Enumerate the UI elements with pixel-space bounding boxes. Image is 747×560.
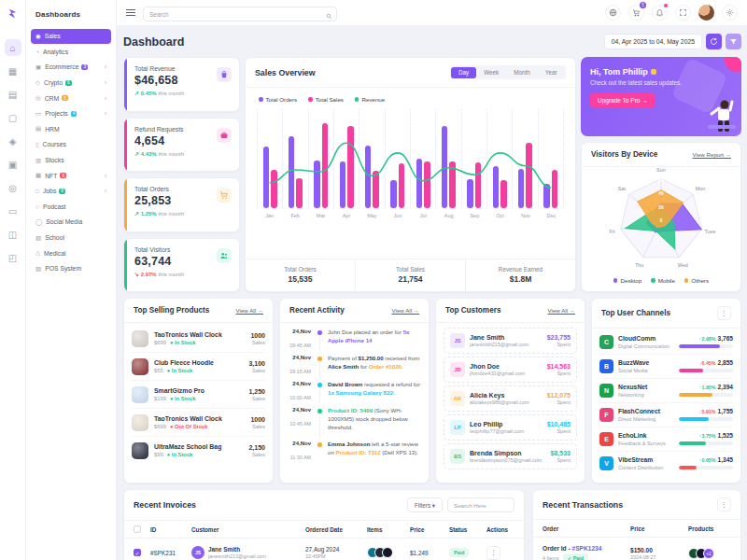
transactions-menu-button[interactable]: ⋮: [717, 497, 731, 511]
channel-row[interactable]: BBuzzWaveSocial Media↓6.45%2,855: [599, 355, 733, 379]
sidebar-item-jobs[interactable]: □Jobs8›: [31, 184, 111, 199]
tab-day[interactable]: Day: [451, 67, 476, 78]
customer-row[interactable]: AKAlicia Keysaliciakeys986@gmail.com$12,…: [444, 385, 577, 412]
product-row[interactable]: TaoTronics Wall Clock$699● Out Of Stock1…: [132, 409, 265, 437]
product-row[interactable]: UltraMaze School Bag$99● In Stock2,150Sa…: [132, 437, 265, 464]
sidebar-item-projects[interactable]: ▭Projects4›: [31, 106, 111, 121]
total-total-sales: Total Sales21,754: [355, 259, 465, 291]
sidebar-badge: 6: [60, 173, 66, 178]
widgets-icon[interactable]: ◈: [5, 133, 21, 149]
hamburger-menu-icon[interactable]: [126, 9, 135, 17]
transaction-row[interactable]: Order Id - #SPK12344 Items✓ Paid$150.002…: [533, 538, 740, 560]
cards-icon[interactable]: ▭: [5, 203, 21, 219]
svg-text:Thu: Thu: [635, 262, 643, 268]
bar-total-sales: [347, 126, 354, 208]
total-total-orders: Total Orders15,535: [246, 259, 355, 291]
tables-icon[interactable]: ◰: [5, 249, 21, 266]
customer-row[interactable]: JSJane Smithjanesmith215@gmail.com$23,75…: [444, 328, 577, 354]
document-icon[interactable]: ▢: [5, 109, 21, 126]
date-range-picker[interactable]: 04, Apr 2025 to 04, May 2025: [604, 34, 702, 49]
timeline-line: [319, 389, 320, 404]
projects-icon: ▭: [35, 110, 41, 118]
svg-text:20: 20: [658, 205, 664, 210]
invoice-search-input[interactable]: [447, 497, 514, 512]
x-axis-label: Jun: [385, 213, 410, 218]
filter-button[interactable]: [726, 34, 741, 49]
sidebar-item-hrm[interactable]: ▤HRM: [31, 122, 111, 137]
sidebar-item-analytics[interactable]: ◔Analytics: [31, 45, 111, 60]
column-header-status: Status: [449, 526, 486, 533]
sidebar-item-podcast[interactable]: ○Podcast: [31, 200, 111, 215]
sidebar-item-crm[interactable]: ◎CRM5›: [31, 91, 111, 105]
channel-logo-echolink: E: [599, 432, 613, 446]
notifications-bell-icon[interactable]: [652, 5, 668, 21]
chevron-right-icon: ›: [105, 95, 106, 102]
radar-legend-mobile: Mobile: [651, 277, 675, 284]
settings-gear-icon[interactable]: [722, 5, 738, 21]
sidebar-item-label: POS System: [45, 265, 81, 272]
analytics-icon: ◔: [35, 49, 39, 55]
customers-view-all-link[interactable]: View All →: [548, 307, 575, 314]
filters-button[interactable]: Filters ▾: [407, 497, 443, 512]
sidebar-item-ecommerce[interactable]: ▣Ecommerce3›: [31, 60, 111, 75]
channels-menu-button[interactable]: ⋮: [717, 306, 731, 320]
upgrade-pro-button[interactable]: Upgrade To Pro →: [590, 93, 655, 107]
row-actions-button[interactable]: ⋮: [486, 546, 500, 560]
sales-overview-title: Sales Overview: [255, 68, 316, 77]
home-icon[interactable]: ⌂: [5, 39, 21, 56]
sidebar-item-sales[interactable]: ◉Sales: [31, 29, 111, 44]
customer-row[interactable]: LPLeo Phillipleophillip77@gmail.com$10,4…: [444, 414, 577, 441]
cart-icon[interactable]: 5: [628, 5, 644, 21]
customer-row[interactable]: BSBrenda Simpsonbrendasimpson075@gmail.c…: [444, 443, 577, 469]
channel-row[interactable]: FFlashConnectDirect Marketing↓5.91%1,755: [599, 403, 733, 427]
product-row[interactable]: TaoTronics Wall Clock$699● In Stock1000S…: [132, 325, 265, 353]
sidebar-item-pos-system[interactable]: ▨POS System: [31, 261, 111, 276]
search-input[interactable]: [143, 7, 337, 21]
customer-row[interactable]: JDJhon Doejhondoe431@gmail.com$14,563Spe…: [444, 357, 577, 383]
sidebar-item-school[interactable]: ▧School: [31, 231, 111, 245]
components-icon[interactable]: ▣: [5, 156, 21, 173]
refresh-button[interactable]: [706, 34, 722, 49]
app-logo-icon[interactable]: [7, 7, 19, 23]
channel-row[interactable]: CCloudCommDigital Communication↑2.98%3,7…: [599, 330, 733, 355]
user-avatar[interactable]: [698, 5, 714, 21]
invoice-row[interactable]: ✓#SPK231JSJane Smithjanesmith213@gmail.c…: [124, 539, 524, 560]
select-all-checkbox[interactable]: [134, 525, 141, 533]
channel-row[interactable]: VVibeStreamContent Distribution↑0.65%1,3…: [599, 452, 733, 475]
channel-row[interactable]: NNexusNetNetworking↑1.95%2,394: [599, 379, 733, 403]
bar-total-orders: [467, 179, 473, 208]
channel-row[interactable]: EEchoLinkFeedback & Surveys↑3.75%1,525: [599, 427, 733, 452]
visitors-by-device-card: Visitors By Device View Report → SunMonT…: [581, 142, 741, 292]
layers-icon[interactable]: ▤: [5, 86, 21, 103]
customer-spent: $12,075Spent: [547, 392, 571, 405]
channel-info: CloudCommDigital Communication: [618, 335, 669, 349]
language-globe-icon[interactable]: [605, 5, 621, 21]
sidebar-item-label: Ecommerce: [45, 63, 78, 70]
sidebar-item-stocks[interactable]: ▥Stocks: [31, 153, 111, 168]
invoices-title: Recent Invoices: [134, 500, 196, 510]
product-row[interactable]: Club Fleece Hoodie$55● In Stock3,100Sale…: [132, 353, 265, 381]
x-axis-label: Feb: [282, 213, 307, 218]
sidebar-item-social-media[interactable]: ◯Social Media: [31, 215, 111, 230]
sidebar-item-medical[interactable]: △Medical: [31, 245, 111, 260]
product-row[interactable]: SmartGizmo Pro$199● In Stock1,250Sales: [132, 381, 265, 409]
activity-view-all-link[interactable]: View All →: [392, 307, 419, 314]
products-view-all-link[interactable]: View All →: [236, 307, 263, 314]
view-report-link[interactable]: View Report →: [693, 151, 732, 158]
charts-icon[interactable]: ◫: [5, 226, 21, 243]
courses-icon: ▯: [35, 141, 39, 148]
product-image: [132, 442, 148, 459]
apps-grid-icon[interactable]: ▦: [5, 63, 21, 79]
row-checkbox[interactable]: ✓: [134, 549, 141, 556]
compass-icon[interactable]: ◎: [5, 179, 21, 196]
tab-month[interactable]: Month: [506, 67, 538, 78]
fullscreen-icon[interactable]: [675, 5, 691, 21]
sidebar-item-crypto[interactable]: ◇Crypto6›: [31, 76, 111, 91]
sidebar-item-nft[interactable]: ▦NFT6›: [31, 168, 111, 183]
invoice-table-header: IDCustomerOrdered DateItemsPriceStatusAc…: [124, 520, 524, 539]
channel-info: BuzzWaveSocial Media: [618, 359, 649, 373]
tab-year[interactable]: Year: [538, 67, 565, 78]
sidebar-item-courses[interactable]: ▯Courses: [31, 137, 111, 152]
product-image: [132, 386, 148, 403]
tab-week[interactable]: Week: [476, 67, 506, 78]
